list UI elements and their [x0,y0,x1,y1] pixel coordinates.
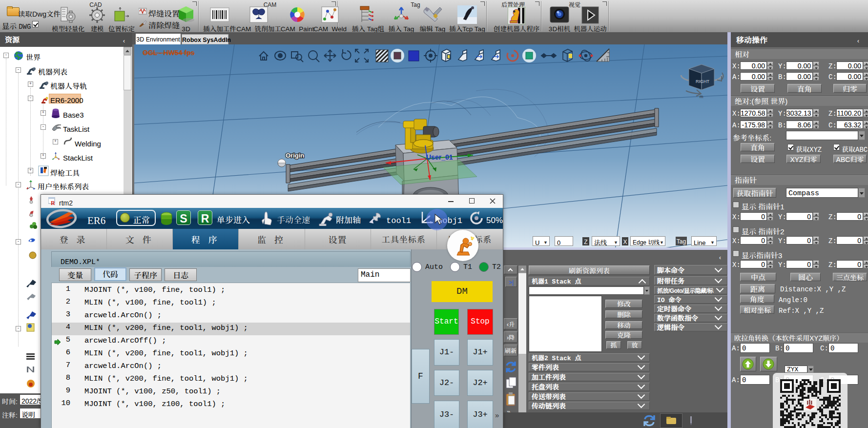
svg-text:User_01: User_01 [426,153,453,161]
svg-text:Origin: Origin [286,152,304,159]
svg-text:RIGHT: RIGHT [696,79,710,84]
svg-text:R: R [51,200,55,205]
svg-text:OGL - HW54 fps: OGL - HW54 fps [143,49,195,57]
svg-text:m: m [700,94,703,99]
